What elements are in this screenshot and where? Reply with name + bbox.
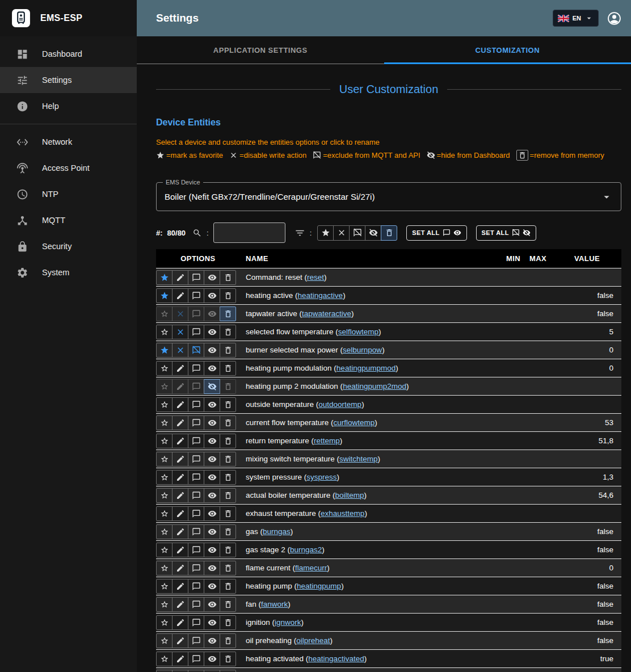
remove-toggle[interactable] [220, 434, 236, 448]
language-select-button[interactable]: EN [553, 10, 599, 27]
mqtt-exclude-toggle[interactable] [188, 597, 204, 612]
favorite-toggle[interactable] [156, 415, 173, 430]
write-disable-toggle[interactable] [172, 415, 188, 430]
remove-toggle[interactable] [220, 270, 236, 285]
favorite-toggle[interactable] [156, 670, 173, 672]
dashboard-hide-toggle[interactable] [204, 579, 220, 594]
entity-name[interactable]: ignition (ignwork) [240, 614, 491, 632]
entity-shortname-link[interactable]: tapwateractive [302, 309, 351, 318]
remove-toggle[interactable] [220, 361, 236, 376]
favorite-toggle[interactable] [156, 361, 173, 376]
write-disable-toggle[interactable] [172, 506, 188, 521]
favorite-toggle[interactable] [156, 597, 173, 612]
favorite-toggle[interactable] [156, 288, 173, 303]
filter-toggle-eye-slash[interactable] [365, 225, 381, 241]
write-disable-toggle[interactable] [172, 434, 188, 448]
dashboard-hide-toggle[interactable] [204, 434, 220, 448]
entity-name[interactable]: heating pump (heatingpump) [240, 577, 491, 595]
write-disable-toggle[interactable] [172, 379, 188, 394]
dashboard-hide-toggle[interactable] [204, 561, 220, 576]
mqtt-exclude-toggle[interactable] [188, 579, 204, 594]
entity-name[interactable]: flame current (flamecurr) [240, 559, 491, 577]
write-disable-toggle[interactable] [172, 652, 188, 666]
sidebar-item-security[interactable]: Security [0, 233, 137, 259]
search-input[interactable] [213, 222, 285, 243]
remove-toggle[interactable] [220, 670, 236, 672]
entity-name[interactable] [240, 668, 491, 672]
remove-toggle[interactable] [220, 488, 236, 503]
mqtt-exclude-toggle[interactable] [188, 633, 204, 648]
entity-name[interactable]: current flow temperature (curflowtemp) [240, 414, 491, 432]
entity-name[interactable]: fan (fanwork) [240, 595, 491, 614]
entity-name[interactable]: Command: reset (reset) [240, 268, 491, 287]
write-disable-toggle[interactable] [172, 470, 188, 485]
dashboard-hide-toggle[interactable] [204, 452, 220, 467]
favorite-toggle[interactable] [156, 579, 173, 594]
favorite-toggle[interactable] [156, 397, 173, 412]
favorite-toggle[interactable] [156, 561, 173, 576]
write-disable-toggle[interactable] [172, 288, 188, 303]
favorite-toggle[interactable] [156, 524, 173, 539]
mqtt-exclude-toggle[interactable] [188, 434, 204, 448]
favorite-toggle[interactable] [156, 615, 173, 630]
remove-toggle[interactable] [220, 615, 236, 630]
remove-toggle[interactable] [220, 452, 236, 467]
entity-shortname-link[interactable]: boiltemp [335, 491, 364, 499]
dashboard-hide-toggle[interactable] [204, 306, 220, 321]
entity-shortname-link[interactable]: heatingpump2mod [343, 382, 406, 390]
entity-shortname-link[interactable]: fanwork [261, 600, 288, 608]
entity-name[interactable]: exhaust temperature (exhausttemp) [240, 505, 491, 523]
dashboard-hide-toggle[interactable] [204, 470, 220, 485]
remove-toggle[interactable] [220, 397, 236, 412]
entity-name[interactable]: heating pump modulation (heatingpumpmod) [240, 359, 491, 377]
entity-name[interactable]: selected flow temperature (selflowtemp) [240, 323, 491, 341]
dashboard-hide-toggle[interactable] [204, 652, 220, 666]
mqtt-exclude-toggle[interactable] [188, 488, 204, 503]
dashboard-hide-toggle[interactable] [204, 379, 220, 394]
favorite-toggle[interactable] [156, 488, 173, 503]
mqtt-exclude-toggle[interactable] [188, 652, 204, 666]
mqtt-exclude-toggle[interactable] [188, 470, 204, 485]
entity-name[interactable]: outside temperature (outdoortemp) [240, 396, 491, 414]
dashboard-hide-toggle[interactable] [204, 615, 220, 630]
sidebar-item-help[interactable]: Help [0, 93, 137, 119]
remove-toggle[interactable] [220, 379, 236, 394]
favorite-toggle[interactable] [156, 506, 173, 521]
entity-shortname-link[interactable]: curflowtemp [334, 418, 375, 427]
write-disable-toggle[interactable] [172, 343, 188, 358]
write-disable-toggle[interactable] [172, 561, 188, 576]
remove-toggle[interactable] [220, 306, 236, 321]
mqtt-exclude-toggle[interactable] [188, 506, 204, 521]
dashboard-hide-toggle[interactable] [204, 488, 220, 503]
entity-shortname-link[interactable]: burngas [263, 527, 291, 536]
account-button[interactable] [607, 11, 622, 26]
mqtt-exclude-toggle[interactable] [188, 524, 204, 539]
sidebar-item-system[interactable]: System [0, 259, 137, 285]
mqtt-exclude-toggle[interactable] [188, 379, 204, 394]
write-disable-toggle[interactable] [172, 615, 188, 630]
remove-toggle[interactable] [220, 597, 236, 612]
sidebar-item-access-point[interactable]: Access Point [0, 155, 137, 181]
write-disable-toggle[interactable] [172, 270, 188, 285]
filter-toggle-trash[interactable] [381, 225, 397, 241]
write-disable-toggle[interactable] [172, 670, 188, 672]
write-disable-toggle[interactable] [172, 543, 188, 557]
mqtt-exclude-toggle[interactable] [188, 543, 204, 557]
write-disable-toggle[interactable] [172, 579, 188, 594]
entity-name[interactable]: gas (burngas) [240, 523, 491, 541]
entity-name[interactable]: burner selected max power (selburnpow) [240, 341, 491, 359]
entity-shortname-link[interactable]: rettemp [314, 436, 340, 445]
favorite-toggle[interactable] [156, 434, 173, 448]
dashboard-hide-toggle[interactable] [204, 597, 220, 612]
filter-toggle-close[interactable] [333, 225, 350, 241]
write-disable-toggle[interactable] [172, 452, 188, 467]
sidebar-item-mqtt[interactable]: MQTT [0, 207, 137, 233]
remove-toggle[interactable] [220, 652, 236, 666]
sidebar-item-dashboard[interactable]: Dashboard [0, 41, 137, 67]
dashboard-hide-toggle[interactable] [204, 633, 220, 648]
favorite-toggle[interactable] [156, 633, 173, 648]
entity-name[interactable]: heating activated (heatingactivated) [240, 650, 491, 668]
favorite-toggle[interactable] [156, 379, 173, 394]
entity-name[interactable]: heating pump 2 modulation (heatingpump2m… [240, 377, 491, 396]
tab-application-settings[interactable]: APPLICATION SETTINGS [137, 36, 384, 64]
